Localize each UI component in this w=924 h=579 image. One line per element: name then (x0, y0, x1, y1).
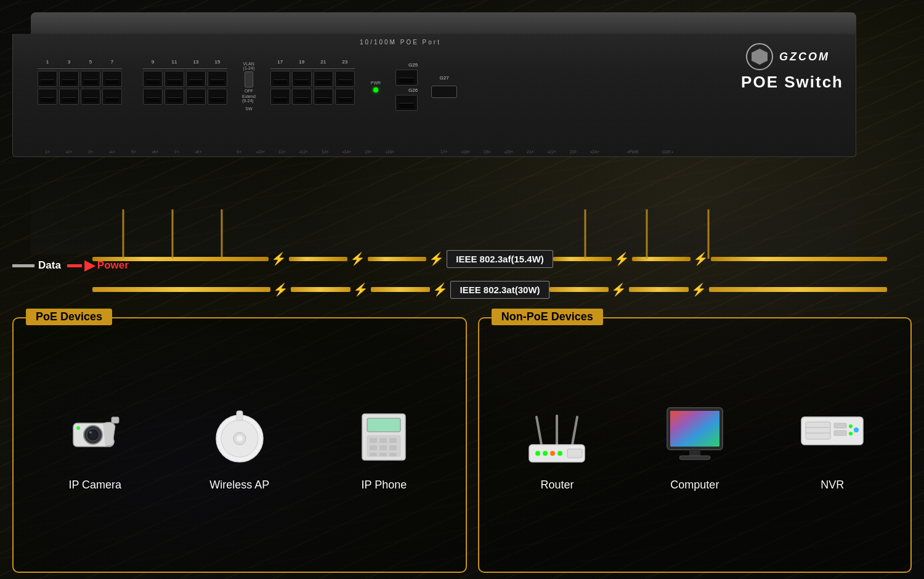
svg-point-11 (237, 435, 243, 442)
port-4 (59, 89, 79, 105)
svg-rect-39 (806, 422, 830, 439)
vlan-toggle-block: VLAN(1-24) OFF Extend(9-24) SW (242, 62, 256, 111)
nvr-label: NVR (821, 479, 844, 492)
router-icon (523, 405, 591, 472)
port-8 (102, 89, 122, 105)
pwr-area: PWR (371, 81, 381, 92)
port-13 (186, 71, 206, 87)
svg-line-26 (572, 417, 577, 445)
pwr-led (373, 87, 378, 92)
svg-rect-21 (370, 453, 377, 456)
nonpoe-box-title: Non-PoE Devices (492, 309, 603, 325)
router-label: Router (540, 479, 573, 492)
port-14 (186, 89, 206, 105)
port-group-1-8: 1 3 5 7 (38, 68, 122, 105)
svg-point-31 (557, 451, 562, 456)
port-1 (38, 71, 57, 87)
port-group-17-24-nums: 17 19 21 23 (270, 59, 355, 65)
port-group-1-8-nums: 1 3 5 7 (38, 59, 122, 65)
brand-name: GZCOM (779, 51, 830, 63)
svg-rect-37 (679, 456, 710, 460)
device-computer: Computer (661, 405, 729, 492)
computer-label: Computer (670, 479, 719, 492)
svg-point-44 (849, 424, 853, 428)
ieee-at-label: IEEE 802.3at(30W) (450, 281, 549, 299)
page: 10/100M POE Port 1 3 5 7 (0, 0, 924, 579)
svg-rect-15 (370, 438, 377, 443)
port-24 (335, 89, 355, 105)
vlan-toggle[interactable] (245, 71, 253, 87)
svg-rect-42 (834, 423, 846, 428)
nvr-icon (798, 405, 866, 472)
svg-rect-13 (367, 418, 400, 432)
brand-area: GZCOM POE Switch (741, 43, 843, 92)
svg-rect-23 (389, 453, 397, 456)
port-g27-sfp (431, 86, 457, 98)
phone-label: IP Phone (362, 479, 407, 492)
port-15 (208, 71, 227, 87)
bottom-port-labels: 1+ •2+ 3+ •4+ 5+ •6+ 7+ •8+ 9+ •10+ 11+ … (38, 150, 763, 154)
port-11 (164, 71, 184, 87)
bolt-icon-4: ⚡ (614, 251, 630, 266)
bolt-icon-8: ⚡ (432, 282, 448, 297)
port-g25 (395, 70, 418, 86)
svg-rect-17 (389, 438, 397, 443)
diagram-section: Data ▶ Power ⚡ ⚡ ⚡ IEEE 802.3af(15.4W) ⚡ (12, 246, 912, 573)
computer-icon (661, 405, 729, 472)
svg-point-45 (849, 432, 853, 435)
bolt-icon-6: ⚡ (273, 282, 288, 297)
svg-rect-35 (670, 411, 719, 447)
port-21 (314, 71, 333, 87)
device-nvr: NVR (798, 405, 866, 492)
phone-icon (350, 405, 418, 472)
port-group-9-16: 9 11 13 15 (143, 68, 227, 105)
data-line-symbol (12, 264, 34, 267)
svg-point-4 (89, 431, 92, 434)
bolt-icon-9: ⚡ (611, 282, 626, 297)
svg-rect-20 (389, 445, 397, 450)
legend-data: Data (12, 259, 61, 272)
svg-rect-5 (111, 417, 119, 423)
camera-icon (61, 405, 129, 472)
switch-front-body: 10/100M POE Port 1 3 5 7 (12, 34, 856, 157)
poe-devices-box: PoE Devices (12, 317, 467, 573)
port-g26 (395, 95, 418, 111)
device-phone: IP Phone (350, 405, 418, 492)
port-16 (208, 89, 227, 105)
port-10 (143, 89, 163, 105)
port-22 (314, 89, 333, 105)
svg-rect-16 (379, 438, 387, 443)
ieee-af-row: ⚡ ⚡ ⚡ IEEE 802.3af(15.4W) ⚡ ⚡ (92, 246, 887, 271)
ports-row: 1 3 5 7 (38, 46, 763, 126)
bolt-icon-7: ⚡ (353, 282, 368, 297)
poe-box-title: PoE Devices (26, 309, 112, 325)
port-17 (270, 71, 290, 87)
port-18 (270, 89, 290, 105)
camera-label: IP Camera (68, 479, 121, 492)
nonpoe-devices-box: Non-PoE Devices (478, 317, 912, 573)
ieee-at-row: ⚡ ⚡ ⚡ IEEE 802.3at(30W) ⚡ ⚡ (92, 277, 887, 302)
port-5 (81, 71, 100, 87)
port-20 (292, 89, 312, 105)
port-9 (143, 71, 163, 87)
switch-hardware: 10/100M POE Port 1 3 5 7 (12, 12, 856, 254)
sfp-area: G27 (431, 75, 457, 98)
svg-rect-22 (379, 453, 387, 456)
svg-rect-19 (379, 445, 387, 450)
ieee-af-label: IEEE 802.3af(15.4W) (447, 250, 553, 268)
port-7 (102, 71, 122, 87)
switch-reflection (31, 156, 856, 254)
svg-rect-10 (237, 411, 243, 421)
port-group-17-24: 17 19 21 23 (270, 68, 355, 105)
device-camera: IP Camera (61, 405, 129, 492)
svg-line-24 (537, 417, 541, 445)
svg-rect-18 (370, 445, 377, 450)
bolt-icon-2: ⚡ (350, 251, 365, 266)
svg-rect-32 (567, 449, 582, 458)
ieee-section: ⚡ ⚡ ⚡ IEEE 802.3af(15.4W) ⚡ ⚡ ⚡ ⚡ ⚡ (92, 246, 887, 314)
bolt-icon-10: ⚡ (691, 282, 707, 297)
port-group-9-16-nums: 9 11 13 15 (143, 59, 227, 65)
switch-model-label: POE Switch (741, 73, 843, 92)
ap-icon (206, 405, 274, 472)
port-12 (164, 89, 184, 105)
